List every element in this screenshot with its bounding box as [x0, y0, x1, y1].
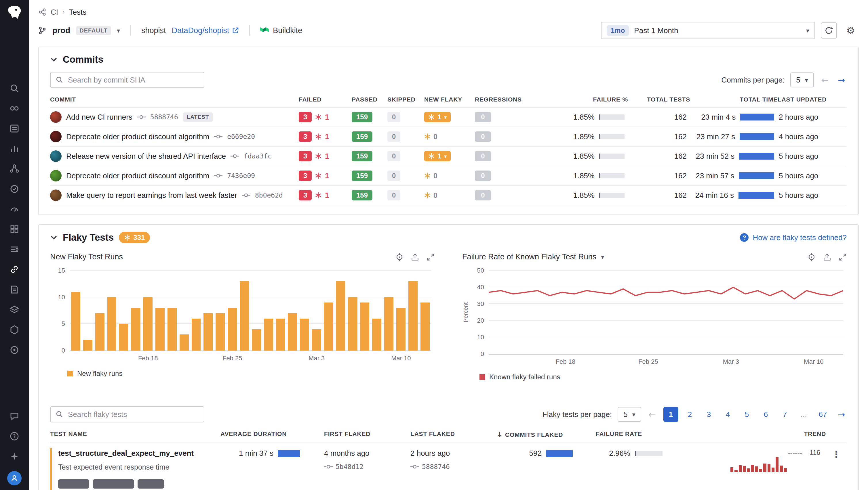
breadcrumb-section[interactable]: CI	[51, 8, 58, 17]
flaky-search-input[interactable]	[50, 406, 204, 422]
pagination-page-67[interactable]: 67	[815, 407, 830, 422]
fullscreen-icon[interactable]	[839, 253, 847, 261]
failed-count-badge[interactable]: 3	[299, 170, 312, 181]
branch-name[interactable]: prod	[52, 26, 70, 35]
monitors-icon[interactable]	[0, 199, 29, 219]
user-avatar[interactable]	[7, 471, 22, 485]
pagination-page-7[interactable]: 7	[777, 407, 792, 422]
failed-count-badge[interactable]: 3	[299, 112, 312, 122]
column-header[interactable]: NEW FLAKY	[424, 96, 475, 103]
logs-icon[interactable]	[0, 119, 29, 139]
commit-search-input[interactable]	[50, 72, 204, 88]
commit-message[interactable]: Deprecate older product discount algorit…	[66, 132, 209, 141]
column-header[interactable]: TOTAL TIME	[690, 96, 778, 103]
commit-message[interactable]: Deprecate older product discount algorit…	[66, 171, 209, 180]
export-icon[interactable]	[411, 253, 419, 261]
kebab-menu-icon[interactable]: ⋮	[828, 449, 844, 460]
pagination-page-2[interactable]: 2	[682, 407, 698, 422]
pagination-page-5[interactable]: 5	[739, 407, 754, 422]
commits-per-page-select[interactable]: 5▾	[790, 72, 814, 88]
passed-count-badge[interactable]: 159	[352, 112, 372, 122]
author-avatar	[50, 151, 62, 162]
new-flaky-badge[interactable]: 1▾	[424, 151, 451, 161]
failed-count-badge[interactable]: 3	[299, 151, 312, 161]
column-header[interactable]: SKIPPED	[388, 96, 424, 103]
commit-sha[interactable]: 8b0e62d	[255, 192, 283, 199]
column-header[interactable]: COMMIT	[50, 96, 299, 103]
docs-icon[interactable]	[0, 280, 29, 300]
chart-dropdown-caret-icon[interactable]: ▾	[601, 253, 604, 261]
column-header[interactable]: PASSED	[352, 96, 388, 103]
apm-icon[interactable]	[0, 159, 29, 179]
notebooks-icon[interactable]	[0, 300, 29, 320]
last-flaked-sha[interactable]: 5888746	[422, 463, 450, 470]
passed-count-badge[interactable]: 159	[352, 151, 372, 161]
gear-icon: ⚙	[846, 25, 855, 36]
flaky-help-link[interactable]: ? How are flaky tests defined?	[740, 233, 847, 242]
flaky-prev-page-arrow[interactable]: ←	[647, 410, 658, 420]
commit-sha[interactable]: e669e20	[227, 133, 255, 140]
commit-message[interactable]: Add new CI runners	[66, 113, 132, 122]
help-icon[interactable]: ?	[0, 426, 29, 446]
export-icon[interactable]	[823, 253, 831, 261]
column-header[interactable]: FAILURE RATE	[596, 430, 714, 438]
focus-icon[interactable]	[396, 253, 403, 261]
commit-message[interactable]: Make query to report earnings from last …	[66, 191, 237, 200]
column-header[interactable]: FAILED	[299, 96, 352, 103]
column-header[interactable]: FAILURE %	[560, 96, 628, 103]
new-flaky-badge[interactable]: 1▾	[424, 112, 451, 122]
column-header[interactable]: FIRST FLAKED	[324, 430, 410, 438]
datadog-logo[interactable]	[6, 0, 23, 25]
focus-icon[interactable]	[808, 253, 816, 261]
whats-new-icon[interactable]	[0, 446, 29, 466]
pagination-page-6[interactable]: 6	[758, 407, 773, 422]
failed-count-badge[interactable]: 3	[299, 190, 312, 200]
test-name[interactable]: test_structure_deal_expect_my_event	[58, 449, 194, 458]
commits-next-page-arrow[interactable]: →	[836, 75, 847, 85]
flaky-next-page-arrow[interactable]: →	[836, 410, 847, 420]
profiling-icon[interactable]	[0, 340, 29, 360]
commit-sha[interactable]: fdaa3fc	[244, 153, 272, 160]
ci-visibility-icon[interactable]	[0, 259, 29, 280]
pagination-page-4[interactable]: 4	[720, 407, 735, 422]
column-header[interactable]: LAST UPDATED	[778, 96, 847, 103]
pagination-page-1[interactable]: 1	[663, 407, 678, 422]
metrics-icon[interactable]	[0, 139, 29, 159]
repo-link[interactable]: DataDog/shopist	[172, 26, 239, 35]
failed-count-badge[interactable]: 3	[299, 131, 312, 142]
pagination-page-3[interactable]: 3	[701, 407, 716, 422]
column-header[interactable]: TEST NAME	[50, 430, 220, 438]
branch-caret-icon[interactable]: ▾	[117, 27, 120, 34]
first-flaked-sha[interactable]: 5b48d12	[336, 463, 364, 470]
commit-sha[interactable]: 7436e09	[227, 172, 255, 179]
commit-message[interactable]: Release new version of the shared API in…	[66, 152, 226, 161]
commit-sha[interactable]: 5888746	[150, 113, 178, 121]
settings-button[interactable]: ⚙	[843, 23, 859, 38]
hosts-icon[interactable]	[0, 98, 29, 119]
column-header[interactable]	[826, 430, 847, 438]
column-header[interactable]: TREND	[714, 430, 826, 438]
column-header[interactable]: REGRESSIONS	[475, 96, 560, 103]
passed-count-badge[interactable]: 159	[352, 170, 372, 181]
fullscreen-icon[interactable]	[427, 253, 435, 261]
refresh-button[interactable]	[821, 23, 837, 38]
column-header[interactable]: TOTAL TESTS	[628, 96, 690, 103]
security-icon[interactable]	[0, 320, 29, 340]
chat-icon[interactable]	[0, 406, 29, 426]
commits-prev-page-arrow[interactable]: ←	[820, 75, 830, 85]
regressions-badge: 0	[475, 151, 491, 161]
collapse-chevron-icon[interactable]	[50, 234, 58, 241]
time-range-picker[interactable]: 1mo Past 1 Month ▾	[601, 22, 815, 39]
column-header[interactable]: LAST FLAKED	[410, 430, 497, 438]
flaky-tests-title: Flaky Tests	[63, 232, 114, 243]
search-icon[interactable]	[0, 78, 29, 98]
passed-count-badge[interactable]: 159	[352, 131, 372, 142]
integrations-icon[interactable]	[0, 219, 29, 239]
synthetics-icon[interactable]	[0, 179, 29, 199]
column-header[interactable]: ↓COMMITS FLAKED	[497, 430, 596, 438]
column-header[interactable]: AVERAGE DURATION	[220, 430, 324, 438]
flaky-per-page-select[interactable]: 5▾	[618, 407, 641, 422]
passed-count-badge[interactable]: 159	[352, 190, 372, 200]
pipelines-icon[interactable]	[0, 239, 29, 259]
collapse-chevron-icon[interactable]	[50, 56, 58, 63]
